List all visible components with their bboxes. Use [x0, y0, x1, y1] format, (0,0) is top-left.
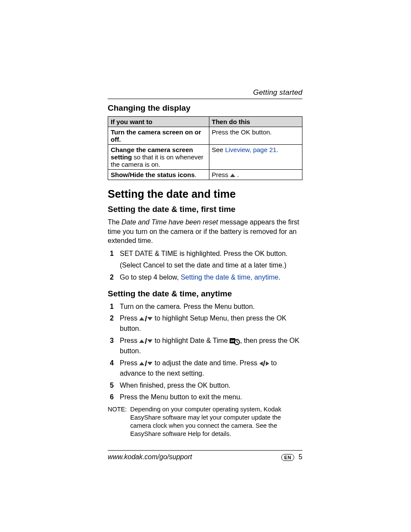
list-item: 1 SET DATE & TIME is highlighted. Press …	[108, 249, 302, 270]
anytime-link[interactable]: Setting the date & time, anytime	[181, 274, 278, 281]
header-rule	[108, 99, 302, 99]
down-triangle-icon	[147, 317, 153, 320]
list-item: 3 Press / to highlight Date & Time 28, t…	[108, 336, 302, 356]
table-header-cell: If you want to	[108, 117, 209, 127]
step-number: 3	[108, 336, 114, 356]
svg-line-4	[237, 342, 238, 343]
manual-page: Getting started Changing the display If …	[0, 0, 411, 532]
step-body: Press / to highlight Setup Menu, then pr…	[120, 314, 302, 333]
slash-icon: /	[145, 358, 147, 369]
table-cell: See Liveview, page 21.	[209, 145, 302, 170]
up-triangle-icon	[230, 174, 235, 177]
section-title-first-time: Setting the date & time, first time	[108, 205, 302, 214]
page-number: 5	[299, 453, 302, 460]
down-triangle-icon	[147, 362, 153, 365]
step-number: 1	[108, 249, 114, 270]
steps-first-time: 1 SET DATE & TIME is highlighted. Press …	[108, 249, 302, 282]
text: SET DATE & TIME is highlighted. Press th…	[120, 250, 288, 257]
step-body: SET DATE & TIME is highlighted. Press th…	[120, 249, 302, 270]
step-number: 4	[108, 358, 114, 378]
table-cell: Show/Hide the status icons.	[108, 170, 209, 180]
step-body: Turn on the camera. Press the Menu butto…	[120, 302, 302, 311]
text: Press	[120, 359, 139, 367]
h2-setting-date-time: Setting the date and time	[108, 188, 302, 200]
step-body: Go to step 4 below, Setting the date & t…	[120, 273, 302, 282]
italic-text: Date and Time have been reset	[121, 218, 218, 226]
table-cell: Press .	[209, 170, 302, 180]
table-cell-text: .	[277, 146, 278, 153]
table-cell-bold: Turn the camera screen on or off.	[111, 128, 201, 143]
liveview-link[interactable]: Liveview, page 21	[225, 146, 276, 153]
table-cell-bold: Show/Hide the status icons	[111, 171, 195, 178]
list-item: 6 Press the Menu button to exit the menu…	[108, 392, 302, 402]
step-number: 6	[108, 392, 114, 402]
text: Press	[120, 337, 139, 344]
left-triangle-icon	[259, 361, 263, 366]
step-body: Press / to highlight Date & Time 28, the…	[120, 336, 302, 356]
up-triangle-icon	[139, 339, 144, 343]
page-footer: www.kodak.com/go/support EN5	[108, 450, 302, 461]
right-triangle-icon	[266, 361, 269, 366]
text: to highlight Date & Time	[153, 337, 230, 344]
text: Go to step 4 below,	[120, 274, 181, 281]
steps-anytime: 1 Turn on the camera. Press the Menu but…	[108, 302, 302, 402]
table-cell-text: Press	[212, 171, 230, 178]
step-number: 5	[108, 381, 114, 390]
slash-icon: /	[263, 358, 265, 369]
step-number: 2	[108, 314, 114, 333]
step-body: When finished, press the OK button.	[120, 381, 302, 390]
section-title-anytime: Setting the date & time, anytime	[108, 289, 302, 299]
up-triangle-icon	[139, 317, 144, 320]
list-item: 2 Press / to highlight Setup Menu, then …	[108, 314, 302, 333]
note-block: NOTE: Depending on your computer operati…	[108, 405, 302, 438]
table-row: Show/Hide the status icons. Press .	[108, 170, 302, 180]
step-number: 2	[108, 273, 114, 282]
text: The	[108, 218, 121, 226]
text: Press	[120, 315, 139, 322]
section-title-changing-display: Changing the display	[108, 103, 302, 113]
date-time-icon: 28	[230, 337, 240, 345]
table-cell: Turn the camera screen on or off.	[108, 127, 209, 145]
table-row: Change the camera screen setting so that…	[108, 145, 302, 170]
table-cell-text: .	[195, 171, 196, 178]
step-number: 1	[108, 302, 114, 311]
svg-text:28: 28	[230, 339, 234, 343]
slash-icon: /	[145, 336, 147, 346]
list-item: 5 When finished, press the OK button.	[108, 381, 302, 390]
table-cell-text: See	[212, 146, 225, 153]
running-head: Getting started	[108, 88, 302, 97]
table-cell-text: .	[235, 171, 239, 178]
list-item: 1 Turn on the camera. Press the Menu but…	[108, 302, 302, 311]
table-header-cell: Then do this	[209, 117, 302, 127]
up-triangle-icon	[139, 362, 144, 365]
table-cell: Press the OK button.	[209, 127, 302, 145]
down-triangle-icon	[147, 339, 153, 343]
list-item: 2 Go to step 4 below, Setting the date &…	[108, 273, 302, 282]
step-body: Press / to adjust the date and time. Pre…	[120, 358, 302, 378]
note-text: Depending on your computer operating sys…	[130, 405, 302, 438]
table-header-row: If you want to Then do this	[108, 117, 302, 127]
table-row: Turn the camera screen on or off. Press …	[108, 127, 302, 145]
language-badge: EN	[281, 454, 294, 461]
substep-text: (Select Cancel to set the date and time …	[120, 261, 302, 270]
note-label: NOTE:	[108, 405, 127, 438]
footer-right: EN5	[281, 453, 302, 461]
display-table: If you want to Then do this Turn the cam…	[108, 116, 302, 180]
table-cell: Change the camera screen setting so that…	[108, 145, 209, 170]
text: .	[278, 274, 280, 281]
slash-icon: /	[145, 314, 147, 324]
list-item: 4 Press / to adjust the date and time. P…	[108, 358, 302, 378]
footer-url: www.kodak.com/go/support	[108, 453, 192, 461]
intro-paragraph: The Date and Time have been reset messag…	[108, 218, 302, 246]
text: to adjust the date and time. Press	[153, 359, 259, 367]
step-body: Press the Menu button to exit the menu.	[120, 392, 302, 402]
